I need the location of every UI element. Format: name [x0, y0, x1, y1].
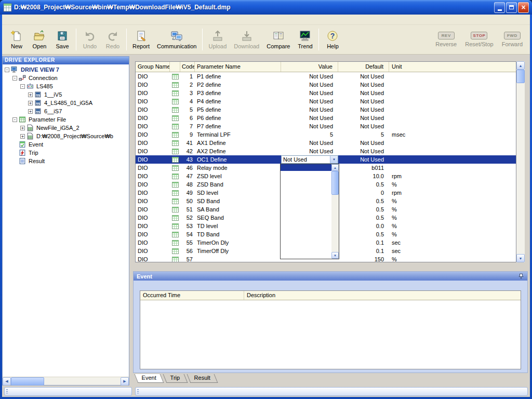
- reverse-toolbar-button[interactable]: REV Reverse: [431, 30, 461, 49]
- tree-expand-toggle[interactable]: +: [28, 92, 33, 97]
- tree-expand-toggle[interactable]: +: [20, 134, 25, 139]
- scrollbar-track[interactable]: [44, 377, 121, 385]
- pin-icon[interactable]: [518, 273, 524, 280]
- parameter-row[interactable]: DIO 2 P2 define Not Used Not Used: [136, 81, 516, 89]
- new-toolbar-button[interactable]: New: [5, 28, 28, 51]
- 4-ls485-01-ig5a-tree-item[interactable]: + 4_LS485_01_iG5A: [3, 99, 129, 107]
- not-used-option[interactable]: [281, 164, 331, 171]
- event-tree-item[interactable]: Event: [3, 140, 129, 149]
- lv-warn-option[interactable]: [281, 211, 331, 218]
- tree-expand-toggle[interactable]: +: [28, 101, 33, 105]
- drive-view-7-tree-item[interactable]: - DRIVE VIEW 7: [3, 65, 129, 74]
- open-toolbar-button[interactable]: Open: [28, 28, 51, 51]
- column-header-occurred-time[interactable]: Occurred Time: [140, 291, 244, 300]
- combobox-dropdown-button[interactable]: ▼: [330, 156, 338, 163]
- scroll-left-button[interactable]: ◀: [3, 377, 11, 385]
- scrollbar-thumb[interactable]: [331, 171, 339, 195]
- mot-oh-warn-option[interactable]: [281, 232, 331, 238]
- help-menu-item[interactable]: [29, 19, 37, 21]
- close-button[interactable]: ×: [518, 2, 529, 13]
- compare-toolbar-button[interactable]: Compare: [263, 28, 294, 51]
- value-combobox[interactable]: Not Used ▼: [281, 155, 338, 164]
- tree-expand-toggle[interactable]: -: [20, 84, 25, 89]
- spd-agree-option[interactable]: [281, 245, 331, 252]
- spd-arrival-option[interactable]: [281, 198, 331, 205]
- result-tab[interactable]: Result: [187, 374, 218, 383]
- trip-tree-item[interactable]: Trip: [3, 149, 129, 157]
- parameter-row[interactable]: DIO 41 AX1 Define Not Used Not Used: [136, 139, 516, 147]
- column-header-unit[interactable]: Unit: [389, 62, 516, 72]
- column-header-description[interactable]: Description: [244, 291, 521, 300]
- parameter-row[interactable]: DIO 9 Terminal LPF 5 5 msec: [136, 130, 516, 139]
- column-header-value[interactable]: Value: [281, 62, 338, 72]
- inv-ready-option[interactable]: [281, 171, 331, 178]
- trend-toolbar-button[interactable]: Trend: [294, 28, 316, 51]
- column-header-group-name[interactable]: Group Name: [136, 62, 170, 72]
- 1-iv5-tree-item[interactable]: + 1__iV5: [3, 90, 129, 99]
- scrollbar-thumb[interactable]: [516, 70, 525, 83]
- d-2008-project-source-b-tree-item[interactable]: + D:₩2008_Project₩Source₩b: [3, 132, 129, 140]
- parameter-row[interactable]: DIO 5 P5 define Not Used Not Used: [136, 105, 516, 114]
- spd-det-option[interactable]: [281, 184, 331, 191]
- undo-toolbar-button[interactable]: Undo: [78, 28, 101, 51]
- drive-menu-item[interactable]: [12, 19, 21, 21]
- result-tree-item[interactable]: Result: [3, 157, 129, 165]
- zero-spd-det-option[interactable]: [281, 178, 331, 184]
- trip-tab[interactable]: Trip: [163, 374, 188, 383]
- scroll-down-button[interactable]: ▼: [516, 254, 525, 262]
- parameter-row[interactable]: DIO 7 P7 define Not Used Not Used: [136, 122, 516, 130]
- cell-value[interactable]: Not Used: [281, 89, 338, 97]
- save-toolbar-button[interactable]: Save: [51, 28, 74, 51]
- newfile-ig5a-2-tree-item[interactable]: + NewFile_iG5A_2: [3, 124, 129, 132]
- upload-toolbar-button[interactable]: Upload: [205, 28, 230, 51]
- report-toolbar-button[interactable]: Report: [129, 28, 153, 51]
- parameter-file-tree-item[interactable]: - Parameter File: [3, 115, 129, 124]
- maximize-button[interactable]: [506, 2, 517, 13]
- ls485-tree-item[interactable]: - LS485: [3, 82, 129, 90]
- tree-expand-toggle[interactable]: +: [28, 109, 33, 114]
- cell-value[interactable]: Not Used: [281, 97, 338, 105]
- parameter-row[interactable]: DIO 4 P4 define Not Used Not Used: [136, 97, 516, 105]
- scrollbar-thumb[interactable]: [11, 377, 44, 385]
- 6-is7-tree-item[interactable]: + 6__iS7: [3, 107, 129, 115]
- parameter-row[interactable]: DIO 6 P6 define Not Used Not Used: [136, 114, 516, 122]
- parameter-row[interactable]: DIO 42 AX2 Define Not Used Not Used: [136, 147, 516, 155]
- configuration-menu-item[interactable]: [21, 19, 29, 21]
- scroll-right-button[interactable]: ▶: [121, 377, 129, 385]
- column-header-code[interactable]: Code: [180, 62, 195, 72]
- tree-expand-toggle[interactable]: +: [20, 126, 25, 130]
- cell-value[interactable]: 5: [281, 130, 338, 139]
- cell-value[interactable]: Not Used: [281, 139, 338, 147]
- spd-det-abs-option[interactable]: [281, 191, 331, 198]
- cell-value[interactable]: Not Used: [281, 147, 338, 155]
- file-menu-item[interactable]: [4, 19, 12, 21]
- column-header-icon[interactable]: [170, 62, 180, 72]
- communication-toolbar-button[interactable]: Communication: [153, 28, 200, 51]
- tree-expand-toggle[interactable]: -: [5, 68, 9, 72]
- forward-toolbar-button[interactable]: FWD Forward: [498, 30, 527, 49]
- timer-out-option[interactable]: [281, 205, 331, 211]
- regenerating-option[interactable]: [281, 225, 331, 232]
- cell-value[interactable]: Not Used: [281, 122, 338, 130]
- redo-toolbar-button[interactable]: Redo: [101, 28, 124, 51]
- tree-expand-toggle[interactable]: -: [12, 76, 17, 81]
- run-option[interactable]: [281, 218, 331, 225]
- cell-value[interactable]: Not Used: [281, 81, 338, 89]
- trq-det-option[interactable]: [281, 252, 331, 259]
- scroll-down-button[interactable]: ▼: [331, 252, 339, 259]
- parameter-row[interactable]: DIO 1 P1 define Not Used Not Used: [136, 72, 516, 81]
- connection-tree-item[interactable]: - Connection: [3, 74, 129, 82]
- column-header-parameter-name[interactable]: Parameter Name: [195, 62, 281, 72]
- minimize-button[interactable]: [494, 2, 505, 13]
- event-tab[interactable]: Event: [135, 374, 164, 383]
- tree-expand-toggle[interactable]: -: [12, 117, 17, 122]
- cell-value[interactable]: Not Used: [281, 105, 338, 114]
- cell-value[interactable]: Not Used: [281, 72, 338, 81]
- scroll-up-button[interactable]: ▲: [331, 164, 339, 171]
- column-header-default[interactable]: Default: [338, 62, 389, 72]
- cell-value[interactable]: Not Used: [281, 114, 338, 122]
- reset-stop-toolbar-button[interactable]: STOP Reset/Stop: [461, 30, 497, 49]
- download-toolbar-button[interactable]: Download: [230, 28, 263, 51]
- help-toolbar-button[interactable]: ? Help: [321, 28, 344, 51]
- inv-oh-warn-option[interactable]: [281, 238, 331, 245]
